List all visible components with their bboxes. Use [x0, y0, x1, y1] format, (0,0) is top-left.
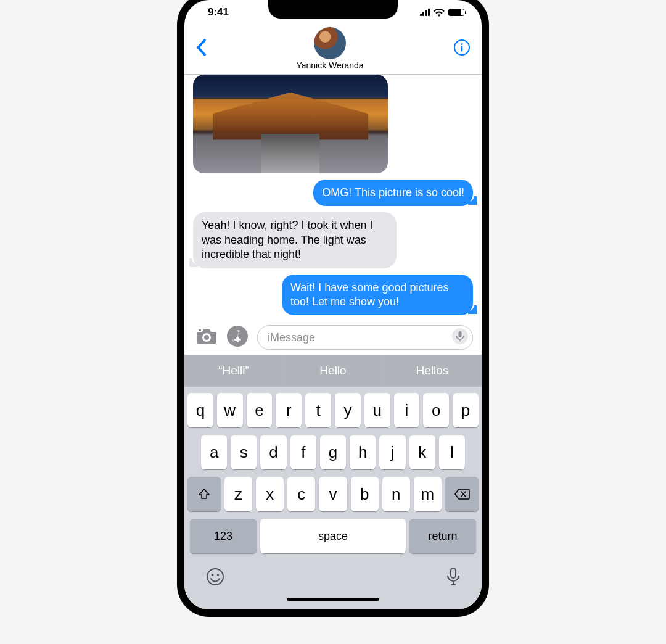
svg-point-8	[217, 574, 220, 577]
key-b[interactable]: b	[351, 477, 379, 511]
key-s[interactable]: s	[231, 435, 257, 469]
wifi-icon	[434, 9, 445, 17]
key-c[interactable]: c	[287, 477, 315, 511]
shift-key[interactable]	[187, 477, 221, 511]
sent-message[interactable]: Wait! I have some good pictures too! Let…	[282, 275, 473, 316]
key-a[interactable]: a	[201, 435, 227, 469]
battery-icon	[448, 9, 464, 16]
dictate-button[interactable]	[446, 567, 461, 589]
camera-button[interactable]	[195, 327, 218, 348]
svg-point-6	[207, 569, 223, 585]
status-time: 9:41	[208, 6, 229, 19]
key-h[interactable]: h	[350, 435, 376, 469]
key-y[interactable]: y	[335, 393, 361, 427]
backspace-key[interactable]	[445, 477, 479, 511]
received-image-message[interactable]	[193, 75, 388, 173]
phone-frame: 9:41 Yannick Weranda OMG! This picture i…	[184, 0, 482, 609]
message-list[interactable]: OMG! This picture is so cool! Yeah! I kn…	[184, 75, 482, 321]
key-f[interactable]: f	[290, 435, 316, 469]
key-k[interactable]: k	[409, 435, 435, 469]
contact-avatar	[314, 27, 346, 59]
key-w[interactable]: w	[217, 393, 243, 427]
cellular-signal-icon	[420, 9, 430, 16]
home-indicator[interactable]	[287, 598, 379, 601]
contact-name: Yannick Weranda	[296, 60, 363, 70]
dictate-inline-button[interactable]	[451, 328, 469, 347]
key-r[interactable]: r	[276, 393, 302, 427]
key-v[interactable]: v	[319, 477, 347, 511]
key-t[interactable]: t	[305, 393, 331, 427]
key-l[interactable]: l	[439, 435, 465, 469]
suggestion[interactable]: “Helli”	[184, 355, 284, 387]
status-right	[420, 9, 465, 17]
numbers-key[interactable]: 123	[190, 519, 257, 553]
key-p[interactable]: p	[453, 393, 479, 427]
key-o[interactable]: o	[423, 393, 449, 427]
key-u[interactable]: u	[364, 393, 390, 427]
key-row-3: z x c v b n m	[187, 477, 479, 511]
conversation-header: Yannick Weranda	[184, 25, 482, 75]
sent-message[interactable]: OMG! This picture is so cool!	[313, 180, 473, 206]
key-z[interactable]: z	[224, 477, 252, 511]
svg-point-7	[212, 574, 214, 577]
key-row-4: 123 space return	[187, 519, 479, 553]
back-button[interactable]	[195, 39, 207, 59]
details-button[interactable]	[453, 39, 471, 59]
received-message[interactable]: Yeah! I know, right? I took it when I wa…	[193, 212, 397, 268]
app-store-button[interactable]	[226, 325, 249, 350]
key-x[interactable]: x	[256, 477, 284, 511]
svg-point-1	[461, 43, 463, 45]
key-row-1: q w e r t y u i o p	[187, 393, 479, 427]
message-placeholder: iMessage	[268, 331, 451, 344]
key-d[interactable]: d	[260, 435, 286, 469]
key-j[interactable]: j	[379, 435, 405, 469]
suggestion[interactable]: Hello	[284, 355, 383, 387]
keyboard-bottom-row	[184, 553, 482, 593]
device-notch	[268, 0, 398, 19]
return-key[interactable]: return	[409, 519, 476, 553]
keyboard: “Helli” Hello Hellos q w e r t y u i o p…	[184, 355, 482, 609]
key-n[interactable]: n	[382, 477, 410, 511]
suggestion-bar: “Helli” Hello Hellos	[184, 355, 482, 387]
message-input[interactable]: iMessage	[257, 325, 473, 350]
key-row-2: a s d f g h j k l	[187, 435, 479, 469]
compose-bar: iMessage	[184, 321, 482, 355]
key-m[interactable]: m	[414, 477, 442, 511]
key-i[interactable]: i	[394, 393, 420, 427]
emoji-button[interactable]	[205, 567, 225, 589]
key-e[interactable]: e	[247, 393, 273, 427]
space-key[interactable]: space	[260, 519, 406, 553]
svg-rect-9	[451, 568, 456, 578]
svg-rect-2	[461, 46, 463, 52]
svg-rect-5	[459, 331, 462, 337]
key-q[interactable]: q	[187, 393, 213, 427]
suggestion[interactable]: Hellos	[383, 355, 482, 387]
contact-info[interactable]: Yannick Weranda	[296, 27, 363, 70]
key-g[interactable]: g	[320, 435, 346, 469]
